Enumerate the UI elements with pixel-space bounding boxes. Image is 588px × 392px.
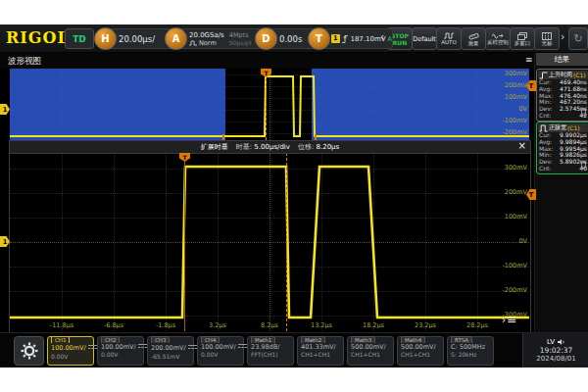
gesture-button[interactable]: ↻: [568, 27, 588, 50]
channel-block-math2[interactable]: Math2401.33mV/CH1+CH1: [297, 336, 344, 366]
cursor-button[interactable]: 光标: [534, 27, 560, 50]
sample-resolution: 50ps/pt: [229, 39, 252, 47]
auto-waveform-icon: [444, 32, 454, 39]
channel-scale-value: 401.33mV/: [298, 343, 343, 351]
sample-rate: 20.0GSa/s: [189, 31, 224, 39]
channel-block-rtsa[interactable]: RTSAC: 500MHzS: 20kHz: [447, 336, 494, 366]
grid-line: [10, 267, 529, 268]
channel-tab-label: CH3: [151, 336, 170, 343]
stacked-windows-icon: [517, 32, 527, 40]
grid-line: [10, 291, 529, 292]
trigger-knob-button[interactable]: T: [308, 27, 330, 50]
horizontal-knob-button[interactable]: H: [94, 27, 117, 50]
trigger-coupling: A: [388, 35, 392, 43]
channel-tab-label: Math4: [401, 336, 425, 343]
channel-status-list: CH1100.00mV/0.00VCH2100.00mV/0.00VCH3200…: [47, 336, 494, 366]
channel-block-ch1[interactable]: CH1100.00mV/0.00V: [47, 336, 94, 366]
acquire-pulse-icon: [189, 40, 197, 46]
main-voltage-label: 0V: [486, 237, 527, 245]
default-button[interactable]: Default: [412, 27, 437, 50]
dc-coupling-icon: [238, 343, 247, 349]
channel-scale-value: C: 500MHz: [448, 343, 493, 351]
speaker-icon: [558, 338, 565, 346]
time-axis-label: 8.2μs: [249, 321, 290, 329]
time-axis-label: 18.2μs: [353, 321, 394, 329]
results-header: 结果: [536, 53, 588, 66]
acquisition-info[interactable]: 20.0GSa/s Norm 4Mpts 50ps/pt: [174, 28, 265, 49]
close-icon[interactable]: ×: [518, 140, 526, 151]
channel-block-ch2[interactable]: CH2100.00mV/0.00V: [97, 336, 144, 366]
oscilloscope-screen: RIGOL TD H 20.00μs/ A 20.0GSa/s Norm 4Mp…: [0, 24, 588, 368]
waveform-view-tab[interactable]: 波形视图: [8, 56, 41, 68]
clock-block: LV 19:02:37 2024/08/01: [522, 333, 588, 368]
overview-voltage-label: 200mV: [486, 81, 527, 89]
dc-coupling-icon: [138, 343, 147, 349]
settings-button[interactable]: [14, 336, 44, 366]
channel-block-math4[interactable]: Math4500.00mV/CH1+CH1: [397, 336, 444, 366]
waveform-menu-icon[interactable]: ›≡: [502, 313, 516, 326]
overview-channel1-marker[interactable]: 1: [0, 104, 10, 115]
channel-scale-value: 500.00mV/: [348, 343, 393, 351]
channel-tab-label: Math2: [301, 336, 325, 343]
channel-scale-value: 500.00mV/: [398, 343, 443, 351]
channel-offset-value: 0.00V: [98, 351, 143, 359]
lan-status: LV: [547, 338, 555, 346]
overview-voltage-label: 100mV: [486, 93, 527, 101]
screenshot-stage: RIGOL TD H 20.00μs/ A 20.0GSa/s Norm 4Mp…: [0, 0, 588, 392]
measurement-card-2[interactable]: 正脉宽(C1)Cur:9.9902μsAvg:9.9894μsMax:9.995…: [536, 122, 588, 174]
channel-block-math3[interactable]: Math3500.00mV/CH1+CH1: [347, 336, 394, 366]
memory-depth: 4Mpts: [229, 31, 252, 39]
stop-label: STOP: [391, 32, 409, 39]
zoom-timebase-value: 5.00μs/div: [254, 143, 290, 151]
overview-voltage-label: 300mV: [486, 70, 527, 77]
measurement-card-1[interactable]: 上升时间(C1)Cur:469.40nsAvg:471.68nsMax:476.…: [536, 69, 588, 122]
channel-offset-value: 0.00V: [48, 353, 93, 361]
trash-icon[interactable]: [580, 108, 587, 116]
waveform-arrow-icon: [492, 32, 504, 39]
gear-icon: [21, 342, 38, 360]
sidebar-toggle-icon[interactable]: ≡: [525, 55, 533, 65]
delay-knob-button[interactable]: D: [255, 27, 277, 50]
toolbar-scroll-left-icon[interactable]: ‹: [380, 30, 384, 44]
circular-arrows-icon: ↻: [573, 32, 582, 45]
zoom-offset-label: 位移:: [298, 143, 314, 151]
channel-block-ch3[interactable]: CH3200.00mV/-65.51mV: [147, 336, 194, 366]
channel-scale-value: 100.00mV/: [98, 343, 143, 351]
time-axis-label: -6.8μs: [93, 321, 134, 329]
trigger-source-badge: 1: [331, 34, 340, 43]
grid-line: [270, 69, 270, 140]
main-voltage-label: -200mV: [486, 286, 527, 294]
channel-scale-value: 100.00mV/: [48, 343, 93, 353]
rising-edge-icon: [342, 34, 349, 44]
dc-coupling-icon: [188, 344, 197, 350]
default-label: Default: [413, 35, 436, 43]
multi-window-button[interactable]: 多窗口: [510, 27, 535, 50]
cursor-label: 光标: [542, 40, 553, 46]
toolbar-scroll-right-icon[interactable]: ›: [561, 30, 564, 44]
zoom-timebase-label: 时基:: [236, 143, 252, 151]
channel-tab-label: CH4: [201, 336, 220, 343]
channel-offset-value: CH1+CH1: [398, 351, 443, 359]
auto-button[interactable]: AUTO: [436, 27, 462, 50]
grid-line: [10, 169, 529, 170]
trigger-mode-indicator[interactable]: TD: [65, 28, 94, 49]
channel-block-ch4[interactable]: CH4100.00mV/0.00V: [197, 336, 244, 366]
grid-line: [10, 242, 529, 243]
zoom-window-header[interactable]: 扩展时基 时基: 5.00μs/div 位移: 8.20μs ×: [9, 140, 531, 154]
zoom-offset-value: 8.20μs: [317, 143, 340, 151]
system-time: 19:02:37: [540, 346, 573, 355]
trash-icon[interactable]: [580, 161, 587, 169]
sample-control-button[interactable]: 采样控制: [485, 27, 511, 50]
time-axis-label: 13.2μs: [301, 321, 342, 329]
channel-block-math1[interactable]: Math123.98dB/FFT(CH1): [247, 336, 294, 366]
channel-offset-value: 0.00V: [198, 351, 243, 359]
main-voltage-label: -100mV: [486, 262, 527, 270]
time-axis-label: 28.2μs: [457, 321, 498, 329]
ruler-icon: [468, 32, 479, 40]
acquire-knob-button[interactable]: A: [165, 27, 187, 50]
measure-label: 测量: [468, 40, 479, 46]
channel-tab-label: CH1: [51, 336, 70, 343]
grid-line: [10, 193, 529, 194]
channel-offset-value: -65.51mV: [148, 353, 193, 361]
measure-button[interactable]: 测量: [461, 27, 486, 50]
